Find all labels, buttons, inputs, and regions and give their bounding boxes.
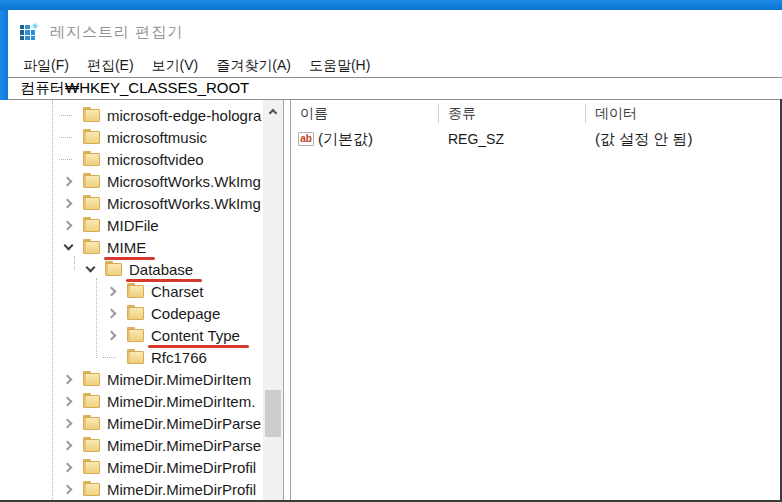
tree-item-label: MicrosoftWorks.WkImg: [107, 173, 261, 190]
tree-item[interactable]: MIDFile: [8, 214, 263, 236]
tree-item[interactable]: MimeDir.MimeDirProfil: [8, 456, 263, 478]
column-divider[interactable]: [438, 104, 439, 123]
tree-item[interactable]: MicrosoftWorks.WkImg: [8, 170, 263, 192]
folder-icon: [83, 439, 100, 452]
collapse-chevron-down-icon[interactable]: [60, 239, 76, 255]
tree-item-label: MimeDir.MimeDirParse: [107, 437, 261, 454]
tree-item-label: microsoftmusic: [107, 129, 207, 146]
folder-icon: [83, 153, 100, 166]
tree-item[interactable]: MicrosoftWorks.WkImg: [8, 192, 263, 214]
folder-icon: [83, 417, 100, 430]
tree-item-label: MimeDir.MimeDirProfil: [107, 459, 256, 476]
folder-icon: [83, 373, 100, 386]
tree-item[interactable]: microsoft-edge-hologra: [8, 104, 263, 126]
tree-item[interactable]: Database: [8, 258, 263, 280]
tree-item-label: MicrosoftWorks.WkImg: [107, 195, 261, 212]
value-type: REG_SZ: [438, 131, 585, 147]
folder-icon: [83, 461, 100, 474]
column-header-data[interactable]: 데이터: [585, 105, 780, 123]
folder-icon: [127, 351, 144, 364]
expand-chevron-right-icon[interactable]: [60, 459, 76, 475]
tree-item-label: MimeDir.MimeDirItem: [107, 371, 251, 388]
regedit-app-icon: [20, 23, 38, 41]
tree-item-label: microsoft-edge-hologra: [107, 107, 261, 124]
tree-item[interactable]: MIME: [8, 236, 263, 258]
folder-icon: [83, 241, 100, 254]
chevron-up-icon: [269, 108, 277, 116]
address-bar[interactable]: 컴퓨터₩HKEY_CLASSES_ROOT: [8, 77, 782, 100]
expand-chevron-right-icon[interactable]: [60, 217, 76, 233]
main-area: microsoft-edge-hologramicrosoftmusicmicr…: [0, 100, 782, 500]
folder-icon: [83, 109, 100, 122]
tree-item[interactable]: Rfc1766: [8, 346, 263, 368]
tree-item-label: Rfc1766: [151, 349, 207, 366]
expand-chevron-right-icon[interactable]: [60, 481, 76, 497]
folder-icon: [127, 307, 144, 320]
column-header-name[interactable]: 이름: [291, 105, 438, 123]
tree-item-label-annotated: MIME: [107, 239, 146, 256]
tree-item[interactable]: microsoftmusic: [8, 126, 263, 148]
expand-chevron-right-icon[interactable]: [60, 437, 76, 453]
tree-item-label: MimeDir.MimeDirItem.: [107, 393, 255, 410]
tree-connector-stub: [60, 151, 76, 167]
tree-item-label: MimeDir.MimeDirParse: [107, 415, 261, 432]
tree-body: microsoft-edge-hologramicrosoftmusicmicr…: [8, 104, 263, 500]
value-name: (기본값): [318, 130, 373, 149]
expand-chevron-right-icon[interactable]: [104, 283, 120, 299]
expand-chevron-right-icon[interactable]: [60, 195, 76, 211]
tree-item[interactable]: Codepage: [8, 302, 263, 324]
expand-chevron-right-icon[interactable]: [60, 415, 76, 431]
tree-connector-stub: [104, 349, 120, 365]
tree-item[interactable]: microsoftvideo: [8, 148, 263, 170]
value-data: (값 설정 안 됨): [585, 130, 780, 149]
column-divider[interactable]: [585, 104, 586, 123]
value-row[interactable]: ab(기본값)REG_SZ(값 설정 안 됨): [291, 127, 780, 151]
tree-scrollbar[interactable]: [263, 100, 283, 500]
list-rows: ab(기본값)REG_SZ(값 설정 안 됨): [291, 127, 780, 151]
menu-item-0[interactable]: 파일(F): [14, 55, 78, 77]
expand-chevron-right-icon[interactable]: [60, 371, 76, 387]
collapse-chevron-down-icon[interactable]: [82, 261, 98, 277]
tree-item[interactable]: MimeDir.MimeDirItem: [8, 368, 263, 390]
tree-item[interactable]: MimeDir.MimeDirItem.: [8, 390, 263, 412]
string-value-icon: ab: [298, 132, 314, 146]
tree-item-label-annotated: Content Type: [151, 327, 240, 344]
tree-item[interactable]: Content Type: [8, 324, 263, 346]
registry-tree: microsoft-edge-hologramicrosoftmusicmicr…: [8, 100, 263, 500]
expand-chevron-right-icon[interactable]: [104, 305, 120, 321]
window-border-top: [0, 0, 782, 10]
menu-item-2[interactable]: 보기(V): [143, 55, 208, 77]
tree-item-label: Codepage: [151, 305, 220, 322]
folder-icon: [83, 395, 100, 408]
folder-icon: [83, 131, 100, 144]
scrollbar-thumb[interactable]: [265, 390, 281, 437]
folder-icon: [127, 329, 144, 342]
values-panel: 이름 종류 데이터 ab(기본값)REG_SZ(값 설정 안 됨): [291, 100, 780, 500]
tree-connector-stub: [60, 107, 76, 123]
tree-item-label: MIDFile: [107, 217, 159, 234]
expand-chevron-right-icon[interactable]: [104, 327, 120, 343]
menu-item-4[interactable]: 도움말(H): [300, 55, 379, 77]
column-header-type[interactable]: 종류: [438, 105, 585, 123]
list-header: 이름 종류 데이터: [291, 100, 780, 127]
title-bar: 레지스트리 편집기: [8, 10, 782, 54]
tree-item[interactable]: MimeDir.MimeDirProfil: [8, 478, 263, 500]
tree-item[interactable]: MimeDir.MimeDirParse: [8, 434, 263, 456]
panel-splitter[interactable]: [283, 100, 291, 500]
menu-item-3[interactable]: 즐겨찾기(A): [207, 55, 300, 77]
menu-item-1[interactable]: 편집(E): [78, 55, 143, 77]
tree-item[interactable]: MimeDir.MimeDirParse: [8, 412, 263, 434]
tree-item[interactable]: Charset: [8, 280, 263, 302]
tree-item-label: Charset: [151, 283, 204, 300]
scroll-up-button[interactable]: [263, 100, 283, 122]
tree-item-label-annotated: Database: [129, 261, 193, 278]
expand-chevron-right-icon[interactable]: [60, 393, 76, 409]
folder-icon: [127, 285, 144, 298]
folder-icon: [83, 175, 100, 188]
folder-icon: [83, 197, 100, 210]
expand-chevron-right-icon[interactable]: [60, 173, 76, 189]
tree-item-label: MimeDir.MimeDirProfil: [107, 481, 256, 498]
window-title: 레지스트리 편집기: [50, 23, 183, 42]
regedit-window: 레지스트리 편집기 파일(F)편집(E)보기(V)즐겨찾기(A)도움말(H) 컴…: [0, 0, 782, 502]
menu-bar: 파일(F)편집(E)보기(V)즐겨찾기(A)도움말(H): [8, 54, 782, 77]
